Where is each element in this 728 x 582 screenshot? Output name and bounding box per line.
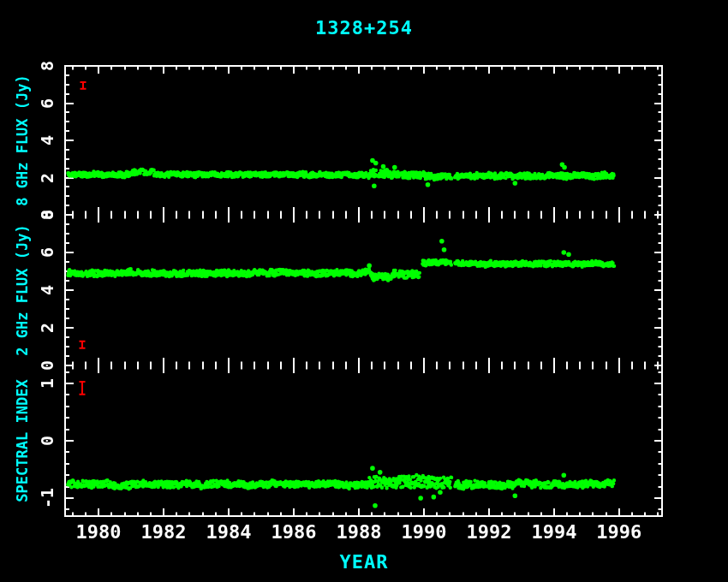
y-tick-label: 2 (37, 323, 57, 333)
x-tick-label: 1990 (401, 521, 446, 543)
y-tick-label: 8 (37, 210, 57, 220)
y-tick-label: 4 (37, 285, 57, 295)
x-tick-label: 1996 (596, 521, 641, 543)
y-tick-label: 0 (37, 436, 57, 446)
plot-title: 1328+254 (0, 17, 728, 39)
y-tick-label: 1 (37, 378, 57, 389)
y-tick-label: 4 (37, 135, 57, 146)
y-tick-label: 0 (37, 360, 57, 371)
x-axis-label-year: YEAR (0, 551, 728, 573)
y-tick-label: 8 (37, 61, 57, 71)
x-tick-label: 1988 (336, 521, 381, 543)
light-curve-figure: 1328+254 8 GHz FLUX (Jy) 2 GHz FLUX (Jy)… (0, 0, 728, 582)
y-axis-label-spectral-index: SPECTRAL INDEX (14, 304, 31, 578)
x-tick-label: 1992 (466, 521, 511, 543)
y-tick-label: 2 (37, 172, 57, 182)
x-tick-label: 1994 (531, 521, 576, 543)
x-tick-label: 1980 (76, 521, 122, 543)
plot-canvas (0, 0, 728, 582)
y-tick-label: 6 (37, 98, 57, 108)
x-tick-label: 1984 (206, 521, 252, 543)
y-tick-label: 6 (37, 247, 57, 258)
x-tick-label: 1986 (272, 521, 317, 543)
x-tick-label: 1982 (141, 521, 187, 543)
y-tick-label: -1 (37, 488, 57, 508)
